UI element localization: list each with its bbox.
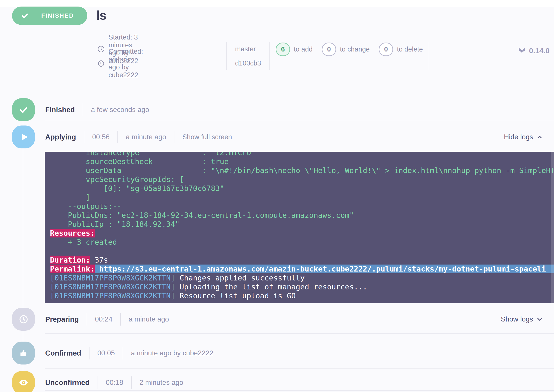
check-icon <box>21 12 28 19</box>
timeline-row-preparing: Preparing 00:24 a minute ago Show logs <box>12 308 554 331</box>
divider <box>83 104 83 116</box>
page-title: ls <box>96 8 106 22</box>
log-line: instanceType : "t2.micro" <box>50 152 554 157</box>
divider <box>429 42 429 70</box>
terraform-version: 0.14.0 <box>518 45 550 56</box>
terraform-version-number: 0.14.0 <box>529 47 550 55</box>
run-detail-page: FINISHED ls Started: 3 minutes ago by cu… <box>0 0 554 392</box>
eye-icon <box>12 371 35 392</box>
divider <box>89 347 90 359</box>
divider <box>131 376 132 389</box>
chevron-down-icon <box>536 316 543 323</box>
hide-logs-button[interactable]: Hide logs <box>504 133 554 141</box>
play-icon <box>12 126 35 148</box>
thumbs-up-icon <box>12 342 35 364</box>
committed-text: Committed: an hour ago by cube2222 <box>108 48 143 79</box>
log-line: --outputs:-- <box>50 202 554 211</box>
branch-name: master <box>235 45 256 54</box>
stage-duration: 00:05 <box>97 349 115 357</box>
log-line: Permalink: https://s3.eu-central-1.amazo… <box>50 265 554 273</box>
log-output[interactable]: instanceType : "t2.micro" sourceDestChec… <box>45 152 554 303</box>
log-scrollbar[interactable] <box>551 152 554 303</box>
divider <box>123 347 123 359</box>
terraform-icon <box>518 47 526 55</box>
log-line: userData : "\n#!/bin/bash\necho \"Hello,… <box>50 166 554 175</box>
timeline-row-unconfirmed: Unconfirmed 00:18 2 minutes ago <box>12 371 554 392</box>
stage-label: Unconfirmed <box>45 378 90 387</box>
stopwatch-icon <box>97 59 105 67</box>
commit-sha: d100cb3 <box>235 59 261 68</box>
to-delete-label: to delete <box>397 45 423 53</box>
hide-logs-label: Hide logs <box>504 133 533 141</box>
timeline-row-confirmed: Confirmed 00:05 a minute ago by cube2222 <box>12 342 554 364</box>
timeline-row-applying: Applying 00:56 a minute ago Show full sc… <box>12 126 554 148</box>
log-line: [01ES8NBM17PF8P0W8XGCK2KTTN] Resource li… <box>50 291 554 300</box>
log-line: vpcSecurityGroupIds: [ <box>50 175 554 184</box>
log-line: Duration: 37s <box>50 256 554 265</box>
stage-duration: 00:56 <box>92 133 110 141</box>
log-line: + 3 created <box>50 238 554 247</box>
stage-label: Finished <box>45 106 75 114</box>
divider <box>98 376 98 389</box>
status-badge-label: FINISHED <box>41 13 74 19</box>
log-line: ] <box>50 193 554 202</box>
timeline-row-finished: Finished a few seconds ago <box>12 98 554 121</box>
to-delete-counter: 0 to delete <box>379 42 423 56</box>
stage-label: Preparing <box>45 315 79 323</box>
log-text: instanceType : "t2.micro" sourceDestChec… <box>45 152 554 300</box>
log-line: Resources: <box>50 229 554 238</box>
divider <box>269 42 270 70</box>
stage-duration: 00:24 <box>95 315 112 323</box>
clock-icon <box>97 45 105 53</box>
stage-time: a few seconds ago <box>91 106 149 114</box>
chevron-up-icon <box>536 133 543 140</box>
to-change-count: 0 <box>322 42 336 56</box>
stage-label: Applying <box>45 133 76 141</box>
stage-time: 2 minutes ago <box>140 378 183 386</box>
divider <box>45 390 554 391</box>
show-logs-label: Show logs <box>501 315 533 323</box>
stage-label: Confirmed <box>45 349 81 357</box>
to-change-counter: 0 to change <box>322 42 370 56</box>
log-line: [01ES8NBM17PF8P0W8XGCK2KTTN] Changes app… <box>50 273 554 282</box>
show-logs-button[interactable]: Show logs <box>501 315 554 323</box>
to-change-label: to change <box>340 45 370 53</box>
divider <box>226 42 227 70</box>
log-line: PublicDns: "ec2-18-184-92-34.eu-central-… <box>50 211 554 220</box>
stage-duration: 00:18 <box>106 378 123 386</box>
top-strip <box>0 0 554 7</box>
divider <box>174 131 174 143</box>
divider <box>45 120 554 120</box>
divider <box>45 368 554 369</box>
finished-check-icon <box>12 98 35 121</box>
stage-time: a minute ago <box>126 133 166 141</box>
divider <box>45 333 554 334</box>
divider <box>117 131 118 143</box>
change-counters: 6 to add 0 to change 0 to delete <box>276 42 427 56</box>
divider <box>87 313 87 326</box>
divider <box>120 313 121 326</box>
log-line <box>50 247 554 256</box>
divider <box>84 131 84 143</box>
status-badge: FINISHED <box>12 7 87 25</box>
log-line: [0]: "sg-05a9167c3b70c6783" <box>50 184 554 193</box>
to-add-count: 6 <box>276 42 290 56</box>
log-line: sourceDestCheck : true <box>50 157 554 166</box>
log-line: PublicIp : "18.184.92.34" <box>50 220 554 229</box>
show-full-screen-button[interactable]: Show full screen <box>182 133 232 141</box>
to-delete-count: 0 <box>379 42 393 56</box>
log-line: [01ES8NBM17PF8P0W8XGCK2KTTN] Uploading t… <box>50 282 554 291</box>
to-add-counter: 6 to add <box>276 42 313 56</box>
clock-icon <box>12 308 35 331</box>
stage-time: a minute ago <box>129 315 169 323</box>
stage-time: a minute ago by cube2222 <box>131 349 213 357</box>
to-add-label: to add <box>294 45 313 53</box>
